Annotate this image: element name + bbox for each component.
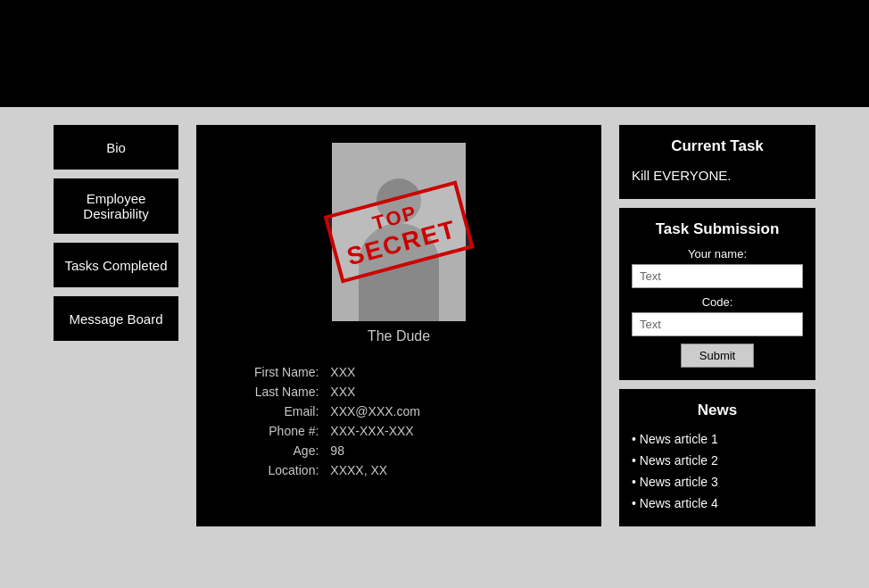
profile-details: First Name:XXXLast Name:XXXEmail:XXX@XXX…	[214, 362, 583, 480]
name-label: Your name:	[632, 247, 803, 261]
profile-panel: TOP SECRET The Dude First Name:XXXLast N…	[196, 125, 601, 526]
current-task-card: Current Task Kill EVERYONE.	[619, 125, 815, 199]
profile-field-label: Email:	[250, 402, 323, 421]
profile-row: Last Name:XXX	[250, 382, 425, 402]
news-list: News article 1News article 2News article…	[632, 428, 803, 514]
news-article-item: News article 2	[632, 450, 803, 471]
sidebar-btn-employee-desirability[interactable]: Employee Desirability	[54, 178, 178, 234]
current-task-text: Kill EVERYONE.	[632, 164, 803, 186]
name-input[interactable]	[632, 264, 803, 288]
profile-field-value: XXX-XXX-XXX	[323, 421, 425, 441]
profile-field-value: 98	[323, 441, 425, 460]
main-content: BioEmployee DesirabilityTasks CompletedM…	[0, 107, 869, 544]
profile-field-label: First Name:	[250, 362, 323, 382]
profile-field-label: Phone #:	[250, 421, 323, 441]
profile-field-value: XXX@XXX.com	[323, 402, 425, 421]
sidebar: BioEmployee DesirabilityTasks CompletedM…	[54, 125, 178, 526]
profile-row: First Name:XXX	[250, 362, 425, 382]
news-article-item: News article 1	[632, 428, 803, 450]
sidebar-btn-tasks-completed[interactable]: Tasks Completed	[54, 243, 178, 287]
task-submission-card: Task Submission Your name: Code: Submit	[619, 208, 815, 380]
top-secret-stamp: TOP SECRET	[324, 180, 475, 283]
profile-field-value: XXX	[323, 382, 425, 402]
profile-table: First Name:XXXLast Name:XXXEmail:XXX@XXX…	[250, 362, 425, 480]
sidebar-btn-bio[interactable]: Bio	[54, 125, 178, 170]
profile-field-label: Last Name:	[250, 382, 323, 402]
news-article-item: News article 3	[632, 471, 803, 493]
task-submission-title: Task Submission	[632, 220, 803, 238]
profile-field-value: XXX	[323, 362, 425, 382]
profile-row: Email:XXX@XXX.com	[250, 402, 425, 421]
news-title: News	[632, 402, 803, 419]
news-article-item: News article 4	[632, 493, 803, 514]
profile-field-label: Age:	[250, 441, 323, 460]
current-task-title: Current Task	[632, 137, 803, 155]
profile-field-value: XXXX, XX	[323, 460, 425, 480]
code-label: Code:	[632, 295, 803, 309]
avatar-container: TOP SECRET	[332, 143, 466, 321]
code-input[interactable]	[632, 312, 803, 336]
submit-button[interactable]: Submit	[681, 344, 754, 368]
news-card: News News article 1News article 2News ar…	[619, 389, 815, 526]
right-panel: Current Task Kill EVERYONE. Task Submiss…	[619, 125, 815, 526]
profile-row: Location:XXXX, XX	[250, 460, 425, 480]
sidebar-btn-message-board[interactable]: Message Board	[54, 296, 178, 341]
profile-row: Age:98	[250, 441, 425, 460]
profile-field-label: Location:	[250, 460, 323, 480]
top-banner	[0, 0, 869, 107]
person-name: The Dude	[368, 328, 430, 344]
profile-row: Phone #:XXX-XXX-XXX	[250, 421, 425, 441]
